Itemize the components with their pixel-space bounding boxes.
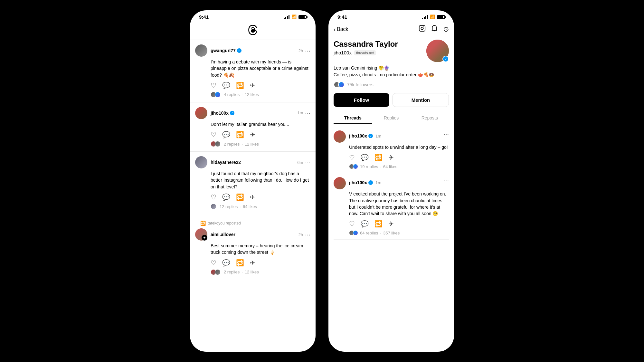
like-button[interactable]: ♡ xyxy=(211,193,216,201)
svg-point-1 xyxy=(421,27,423,29)
wifi-icon: 📶 xyxy=(291,14,297,19)
avatar xyxy=(195,107,207,119)
tab-reposts[interactable]: Reposts xyxy=(411,112,449,124)
more-options-button[interactable]: ··· xyxy=(305,231,310,238)
share-button[interactable]: ✈ xyxy=(250,259,255,267)
signal-icon xyxy=(422,15,428,19)
tab-threads[interactable]: Threads xyxy=(334,112,372,124)
back-label: Back xyxy=(337,26,348,32)
bio-line-2: Coffee, pizza, donuts - no particular or… xyxy=(334,71,449,78)
follower-avatars xyxy=(334,81,345,88)
verified-badge-icon: ✓ xyxy=(368,180,373,185)
post-stats: 2 replies · 12 likes xyxy=(211,269,310,275)
comment-button[interactable]: 💬 xyxy=(222,259,230,267)
notifications-icon[interactable] xyxy=(431,25,438,34)
more-options-button[interactable]: ··· xyxy=(443,177,449,184)
add-button[interactable]: + xyxy=(202,235,207,241)
thread-post: jiho100x ✓ 1m ··· Don't let my Italian g… xyxy=(190,102,316,151)
post-user-info: jiho100x ✓ xyxy=(195,107,234,119)
share-button[interactable]: ✈ xyxy=(250,81,255,89)
repost-button[interactable]: 🔁 xyxy=(236,259,244,267)
repost-button[interactable]: 🔁 xyxy=(374,154,383,161)
share-button[interactable]: ✈ xyxy=(250,193,255,201)
post-time: 2h xyxy=(298,232,303,237)
comment-button[interactable]: 💬 xyxy=(361,220,369,228)
likes-count: 64 likes xyxy=(383,164,397,169)
profile-handle-row: jiho100x threads.net xyxy=(334,50,398,55)
like-button[interactable]: ♡ xyxy=(211,131,216,138)
mention-button[interactable]: Mention xyxy=(393,93,449,107)
more-options-button[interactable]: ··· xyxy=(305,159,310,166)
like-button[interactable]: ♡ xyxy=(349,220,355,228)
battery-icon xyxy=(437,15,445,19)
threads-header xyxy=(190,22,316,40)
post-actions: ♡ 💬 🔁 ✈ xyxy=(211,193,310,201)
thread-post: gwangurl77 ✓ 2h ··· I'm having a debate … xyxy=(190,40,316,102)
profile-bio: Leo sun Gemini rising 😤🔮 Coffee, pizza, … xyxy=(334,65,449,78)
repost-button[interactable]: 🔁 xyxy=(236,81,244,89)
comment-button[interactable]: 💬 xyxy=(361,154,369,161)
profile-content: Cassandra Taylor jiho100x threads.net ✓ … xyxy=(328,36,454,352)
comment-button[interactable]: 💬 xyxy=(222,81,230,89)
reply-avatars xyxy=(211,141,221,147)
post-text: Best summer memory = hearing the ice cre… xyxy=(211,243,310,256)
post-user-info: gwangurl77 ✓ xyxy=(195,44,242,57)
replies-count: 64 replies xyxy=(360,231,378,235)
instagram-icon[interactable] xyxy=(419,25,426,34)
feed-content: gwangurl77 ✓ 2h ··· I'm having a debate … xyxy=(190,40,316,352)
post-time: 1m xyxy=(375,180,381,185)
profile-post-header: jiho100x ✓ 1m ··· xyxy=(334,177,449,189)
status-bar-left: 9:41 📶 xyxy=(190,10,316,22)
post-stats: 19 replies · 64 likes xyxy=(349,164,449,169)
profile-post-content: jiho100x ✓ 1m xyxy=(349,133,381,140)
replies-count: 2 replies xyxy=(224,142,240,147)
profile-header-bar: ‹ Back ⊙ xyxy=(328,22,454,36)
post-actions: ♡ 💬 🔁 ✈ xyxy=(349,154,449,161)
username: jiho100x xyxy=(349,180,367,185)
share-button[interactable]: ✈ xyxy=(250,131,255,138)
post-header: hidayathere22 6m ··· xyxy=(195,156,310,168)
follow-button[interactable]: Follow xyxy=(334,93,389,107)
username: gwangurl77 xyxy=(211,48,236,53)
more-options-button[interactable]: ··· xyxy=(443,130,449,137)
comment-button[interactable]: 💬 xyxy=(222,131,230,138)
back-chevron-icon: ‹ xyxy=(334,26,336,33)
post-time: 2h xyxy=(298,48,303,53)
share-button[interactable]: ✈ xyxy=(388,154,394,161)
repost-button[interactable]: 🔁 xyxy=(374,220,383,228)
repost-button[interactable]: 🔁 xyxy=(236,193,244,201)
like-button[interactable]: ♡ xyxy=(211,81,216,89)
more-options-button[interactable]: ··· xyxy=(305,110,310,116)
reply-avatars xyxy=(211,269,221,275)
post-actions: ♡ 💬 🔁 ✈ xyxy=(349,220,449,228)
tab-replies[interactable]: Replies xyxy=(372,112,410,124)
post-text: V excited about the project I've been wo… xyxy=(349,191,449,217)
verified-badge-icon: ✓ xyxy=(230,111,234,115)
username: aimi.allover xyxy=(211,232,235,237)
profile-post-user: jiho100x ✓ 1m xyxy=(334,130,381,143)
status-bar-right: 9:41 📶 xyxy=(328,10,454,22)
comment-button[interactable]: 💬 xyxy=(222,193,230,201)
like-button[interactable]: ♡ xyxy=(349,154,355,161)
username-row: hidayathere22 xyxy=(211,160,241,165)
profile-post-content: jiho100x ✓ 1m xyxy=(349,180,381,186)
post-user-info: + aimi.allover xyxy=(195,228,235,241)
username: hidayathere22 xyxy=(211,160,241,165)
like-button[interactable]: ♡ xyxy=(211,259,216,267)
more-options-button[interactable]: ··· xyxy=(305,47,310,54)
post-meta: 2h ··· xyxy=(298,231,310,238)
verified-badge-icon: ✓ xyxy=(237,48,242,53)
signal-icon xyxy=(284,15,289,19)
back-button[interactable]: ‹ Back xyxy=(334,26,348,33)
post-meta: 6m ··· xyxy=(297,159,310,166)
repost-button[interactable]: 🔁 xyxy=(236,131,244,138)
svg-rect-0 xyxy=(419,25,425,31)
share-button[interactable]: ✈ xyxy=(388,220,394,228)
verified-icon: ✓ xyxy=(442,56,449,62)
more-options-icon[interactable]: ⊙ xyxy=(443,25,449,33)
profile-buttons: Follow Mention xyxy=(334,93,449,107)
replies-count: 12 replies xyxy=(220,204,238,209)
time-left: 9:41 xyxy=(199,14,209,20)
avatar-container: + xyxy=(195,228,207,241)
likes-count: 64 likes xyxy=(243,204,257,209)
